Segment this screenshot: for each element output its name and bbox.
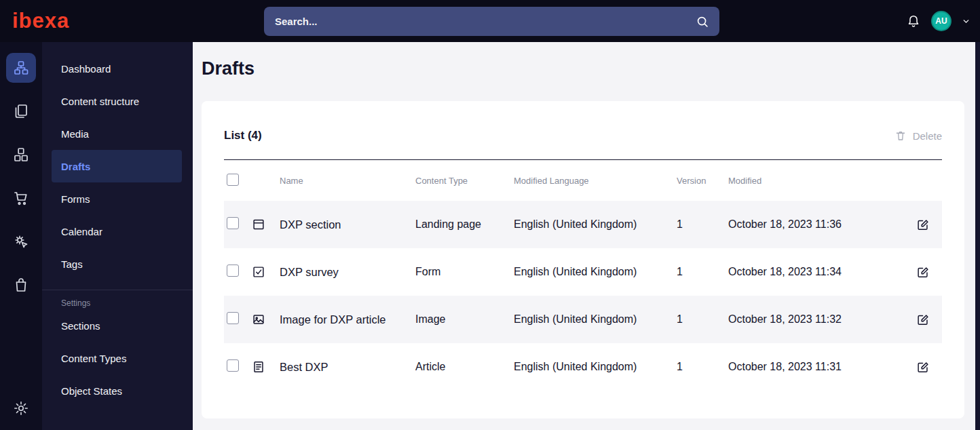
row-language: English (United Kingdom) — [514, 313, 677, 326]
user-avatar[interactable]: AU — [931, 11, 951, 31]
sidebar-item-forms[interactable]: Forms — [42, 182, 193, 215]
user-menu-chevron-down-icon[interactable] — [960, 16, 972, 27]
page-title: Drafts — [202, 58, 975, 79]
table-row[interactable]: DXP survey Form English (United Kingdom)… — [224, 248, 942, 296]
row-checkbox[interactable] — [227, 359, 239, 372]
search-icon[interactable] — [695, 14, 710, 29]
ibexa-logo[interactable]: ibexa — [12, 9, 69, 33]
image-icon — [251, 312, 280, 327]
row-name[interactable]: DXP survey — [280, 266, 415, 279]
row-content-type: Article — [415, 361, 514, 373]
sidebar-menu: Dashboard Content structure Media Drafts… — [42, 42, 193, 430]
delete-button[interactable]: Delete — [894, 130, 942, 142]
drafts-list-card: List (4) Delete Name Content Type Modifi… — [202, 101, 964, 418]
row-name[interactable]: Image for DXP article — [280, 313, 415, 326]
sidebar-item-tags[interactable]: Tags — [42, 248, 193, 280]
table-row[interactable]: Image for DXP article Image English (Uni… — [224, 296, 942, 343]
edit-icon[interactable] — [914, 311, 932, 328]
search-input[interactable] — [275, 16, 695, 27]
list-count-title: List (4) — [224, 129, 262, 142]
article-icon — [251, 359, 280, 374]
row-content-type: Image — [415, 313, 514, 326]
sidebar-item-calendar[interactable]: Calendar — [42, 215, 193, 248]
table-row[interactable]: Best DXP Article English (United Kingdom… — [224, 343, 942, 391]
row-language: English (United Kingdom) — [514, 266, 677, 278]
column-name: Name — [280, 176, 415, 186]
drafts-table: Name Content Type Modified Language Vers… — [224, 159, 942, 391]
sidebar-item-media[interactable]: Media — [42, 117, 193, 150]
table-row[interactable]: DXP section Landing page English (United… — [224, 201, 942, 248]
notifications-bell-icon[interactable] — [905, 12, 922, 30]
row-modified: October 18, 2023 11:32 — [728, 313, 904, 326]
column-content-type: Content Type — [415, 176, 514, 186]
main-content: Drafts List (4) Delete Name Content Type… — [193, 42, 975, 430]
edit-icon[interactable] — [914, 358, 932, 376]
row-language: English (United Kingdom) — [514, 361, 677, 373]
sidebar-item-content-structure[interactable]: Content structure — [42, 85, 193, 117]
row-name[interactable]: Best DXP — [280, 361, 415, 374]
edit-icon[interactable] — [914, 263, 932, 281]
topbar: ibexa AU — [0, 0, 980, 42]
trash-icon — [894, 130, 907, 142]
column-modified: Modified — [728, 176, 904, 186]
column-version: Version — [677, 176, 728, 186]
sidebar-item-dashboard[interactable]: Dashboard — [42, 52, 193, 85]
global-search[interactable] — [264, 7, 719, 36]
settings-gear-icon[interactable] — [6, 393, 36, 423]
table-header-row: Name Content Type Modified Language Vers… — [224, 160, 942, 201]
delete-button-label: Delete — [913, 130, 942, 142]
right-edge-strip — [975, 42, 980, 430]
sidebar-item-drafts[interactable]: Drafts — [52, 150, 182, 182]
row-version: 1 — [677, 266, 728, 278]
nav-blocks-icon[interactable] — [6, 140, 36, 170]
row-checkbox[interactable] — [227, 265, 239, 277]
select-all-checkbox[interactable] — [227, 174, 239, 186]
row-content-type: Landing page — [415, 218, 514, 231]
row-checkbox[interactable] — [227, 217, 239, 229]
row-version: 1 — [677, 313, 728, 326]
topbar-actions: AU — [905, 0, 972, 42]
row-modified: October 18, 2023 11:36 — [728, 218, 904, 231]
nav-cart-icon[interactable] — [6, 183, 36, 213]
row-modified: October 18, 2023 11:31 — [728, 361, 904, 373]
nav-pages-icon[interactable] — [6, 96, 36, 126]
icon-rail — [0, 42, 42, 430]
landing-page-icon — [251, 217, 280, 232]
edit-icon[interactable] — [914, 216, 932, 233]
nav-products-icon[interactable] — [6, 270, 36, 300]
nav-personalization-icon[interactable] — [6, 227, 36, 256]
sidebar-item-sections[interactable]: Sections — [42, 309, 193, 342]
form-icon — [251, 265, 280, 279]
column-modified-language: Modified Language — [514, 176, 677, 186]
row-language: English (United Kingdom) — [514, 218, 677, 231]
row-version: 1 — [677, 361, 728, 373]
row-name[interactable]: DXP section — [280, 218, 415, 231]
row-modified: October 18, 2023 11:34 — [728, 266, 904, 278]
sidebar-item-content-types[interactable]: Content Types — [42, 342, 193, 374]
row-content-type: Form — [415, 266, 514, 278]
nav-content-tree-icon[interactable] — [6, 53, 36, 83]
row-checkbox[interactable] — [227, 312, 239, 324]
sidebar-item-object-states[interactable]: Object States — [42, 374, 193, 407]
settings-section-label: Settings — [42, 290, 193, 309]
row-version: 1 — [677, 218, 728, 231]
